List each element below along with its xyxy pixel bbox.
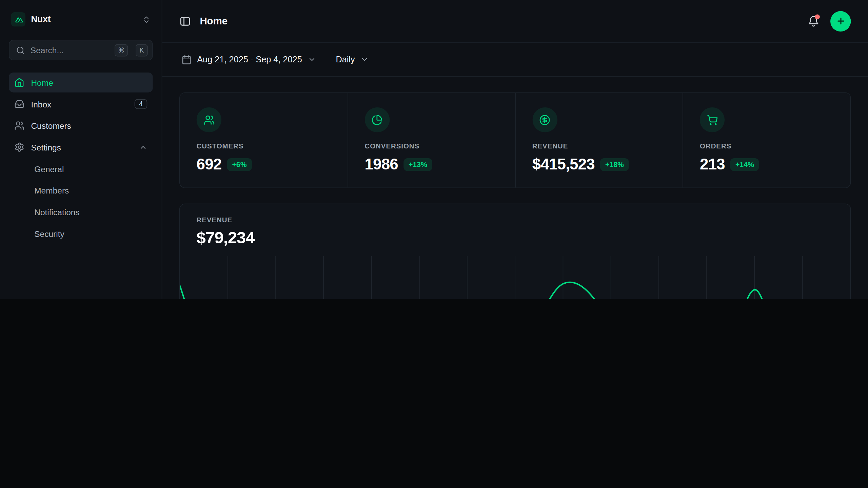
header-actions [808,11,851,31]
stat-revenue[interactable]: Revenue $415,523 +18% [515,93,683,187]
nuxt-logo-icon [11,12,25,26]
interval-select[interactable]: Daily [334,51,371,68]
stat-label: Customers [197,142,331,150]
date-range-picker[interactable]: Aug 21, 2025 - Sep 4, 2025 [179,51,318,68]
search-input[interactable]: Search... ⌘ K [9,40,153,60]
pie-chart-icon [365,107,390,132]
stat-orders[interactable]: Orders 213 +14% [683,93,850,187]
users-icon [14,121,24,130]
stat-value: 1986 [365,156,398,173]
stat-delta-badge: +14% [730,158,759,171]
date-range-label: Aug 21, 2025 - Sep 4, 2025 [197,55,302,64]
sidebar-subitem-members[interactable]: Members [9,180,153,200]
dashboard-content: Customers 692 +6% Conversions 1986 +13% [162,77,868,299]
gear-icon [14,142,24,152]
stat-value: 692 [197,156,222,173]
users-icon [197,107,221,132]
sidebar-item-label: Customers [31,121,71,130]
stat-delta-badge: +18% [600,158,629,171]
sidebar-subitem-general[interactable]: General [9,159,153,179]
filters-toolbar: Aug 21, 2025 - Sep 4, 2025 Daily [162,43,868,77]
plus-icon [835,16,845,26]
stat-value: 213 [700,156,725,173]
sidebar: Nuxt Search... ⌘ K Home [0,0,162,299]
search-placeholder: Search... [31,45,109,55]
chevron-down-icon [308,55,316,63]
chevron-down-icon [360,55,369,63]
stat-label: Orders [700,142,834,150]
add-button[interactable] [830,11,851,31]
interval-label: Daily [336,55,355,64]
calendar-icon [182,55,192,64]
sidebar-item-customers[interactable]: Customers [9,116,153,136]
chevron-up-icon [139,143,147,151]
app-root: Nuxt Search... ⌘ K Home [0,0,868,299]
sidebar-item-label: Settings [31,142,61,152]
home-icon [14,78,24,87]
page-title: Home [200,15,228,27]
chevrons-up-down-icon [142,15,151,23]
stats-card: Customers 692 +6% Conversions 1986 +13% [179,93,851,188]
kbd-cmd: ⌘ [115,44,128,56]
sidebar-item-settings[interactable]: Settings [9,137,153,157]
inbox-icon [14,99,24,109]
notifications-button[interactable] [808,15,819,27]
stat-conversions[interactable]: Conversions 1986 +13% [348,93,515,187]
workspace-switcher[interactable]: Nuxt [9,9,153,30]
main-panel: Home Aug 21, 2025 - Sep 4, 2025 [162,0,868,299]
page-header: Home [162,0,868,43]
sidebar-subitem-security[interactable]: Security [9,224,153,244]
stat-delta-badge: +6% [227,158,252,171]
sidebar-item-label: Home [31,78,53,87]
sidebar-subitem-notifications[interactable]: Notifications [9,202,153,222]
revenue-chart-card: Revenue $79,234 [179,204,851,299]
stat-label: Revenue [532,142,666,150]
sidebar-nav: Home Inbox 4 Customers Settings [9,73,153,243]
stat-delta-badge: +13% [403,158,432,171]
brand-name: Nuxt [31,14,51,24]
kbd-k: K [136,44,148,56]
stat-value: $415,523 [532,156,595,173]
sidebar-item-label: Inbox [31,99,51,109]
notification-dot [815,14,820,19]
stat-label: Conversions [365,142,499,150]
circle-dollar-icon [532,107,557,132]
sidebar-item-inbox[interactable]: Inbox 4 [9,94,153,114]
inbox-count-badge: 4 [135,99,147,109]
search-icon [16,46,25,55]
stat-customers[interactable]: Customers 692 +6% [180,93,348,187]
sidebar-item-home[interactable]: Home [9,73,153,93]
sidebar-toggle-button[interactable] [179,15,191,27]
revenue-chart-label: Revenue [197,216,834,224]
shopping-cart-icon [700,107,725,132]
revenue-chart-value: $79,234 [197,228,834,247]
revenue-line-chart [180,256,850,299]
